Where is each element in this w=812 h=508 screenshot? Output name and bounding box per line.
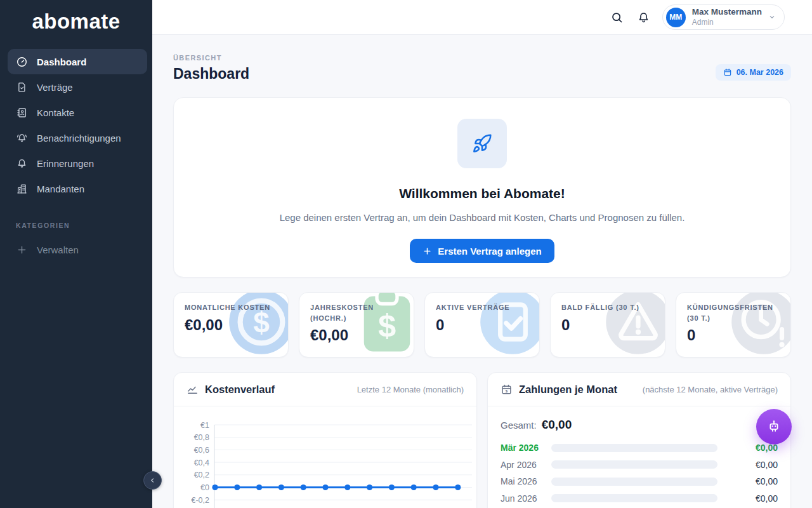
sidebar-item-label: Kontakte bbox=[37, 107, 74, 118]
contacts-icon bbox=[16, 107, 28, 119]
plus-icon bbox=[16, 244, 28, 256]
stat-card-3: AKTIVE VERTRÄGE 0 bbox=[424, 292, 540, 358]
app-logo[interactable]: abomate bbox=[0, 10, 152, 34]
chevron-down-icon bbox=[768, 13, 776, 21]
bell-icon bbox=[16, 157, 28, 170]
cost-chart-card: Kostenverlauf Letzte 12 Monate (monatlic… bbox=[173, 372, 477, 508]
topbar: MM Max Mustermann Admin bbox=[152, 0, 812, 35]
cost-chart-subtitle: Letzte 12 Monate (monatlich) bbox=[357, 385, 464, 394]
user-role: Admin bbox=[692, 18, 762, 27]
stat-value: 0 bbox=[561, 316, 654, 334]
stat-label: AKTIVE VERTRÄGE bbox=[436, 302, 528, 313]
content: ÜBERSICHT Dashboard 06. Mar 2026 Willkom… bbox=[152, 35, 812, 508]
sidebar-item-mandanten[interactable]: Mandanten bbox=[8, 176, 147, 201]
charts-row: Kostenverlauf Letzte 12 Monate (monatlic… bbox=[173, 372, 791, 508]
rocket-icon bbox=[457, 119, 507, 168]
payment-row: Jun 2026 €0,00 bbox=[501, 492, 778, 505]
date-badge: 06. Mar 2026 bbox=[716, 64, 791, 81]
sidebar-item-label: Dashboard bbox=[37, 57, 86, 67]
svg-text:€0: €0 bbox=[200, 483, 209, 492]
payments-total-value: €0,00 bbox=[542, 418, 572, 432]
gauge-icon bbox=[16, 56, 28, 68]
svg-text:€0,6: €0,6 bbox=[194, 446, 209, 455]
date-text: 06. Mar 2026 bbox=[737, 68, 783, 77]
welcome-subtitle: Lege deinen ersten Vertrag an, um dein D… bbox=[280, 212, 685, 223]
area-chart-icon bbox=[187, 384, 199, 396]
search-icon bbox=[610, 11, 624, 24]
contract-icon bbox=[16, 81, 28, 93]
sidebar-item-benachrichtigungen[interactable]: Benachrichtigungen bbox=[8, 125, 147, 150]
payment-bar bbox=[551, 494, 717, 502]
bell-icon bbox=[637, 11, 650, 24]
stat-value: €0,00 bbox=[185, 316, 277, 334]
sidebar-item-kontakte[interactable]: Kontakte bbox=[8, 100, 147, 125]
stat-value: €0,00 bbox=[310, 326, 403, 344]
chevron-left-icon bbox=[148, 476, 157, 485]
svg-text:$: $ bbox=[506, 389, 508, 392]
stat-card-5: KÜNDIGUNGSFRISTEN (30 T.) 0 bbox=[676, 292, 791, 358]
sidebar-collapse-button[interactable] bbox=[143, 471, 162, 490]
cost-chart-title: Kostenverlauf bbox=[205, 384, 275, 396]
stat-value: 0 bbox=[436, 316, 528, 334]
stat-card-1: $ MONATLICHE KOSTEN €0,00 bbox=[173, 292, 289, 358]
stat-value: 0 bbox=[687, 326, 780, 344]
payments-card: $ Zahlungen je Monat (nächste 12 Monate,… bbox=[487, 372, 791, 508]
page-eyebrow: ÜBERSICHT bbox=[173, 54, 249, 62]
sidebar-item-verwalten[interactable]: Verwalten bbox=[8, 237, 147, 262]
sidebar-item-label: Benachrichtigungen bbox=[37, 133, 121, 144]
main-area: MM Max Mustermann Admin ÜBERSICHT Dashbo… bbox=[152, 0, 812, 508]
payments-rows: Mär 2026 €0,00 Apr 2026 €0,00 Mai 2026 €… bbox=[501, 441, 778, 505]
robot-icon bbox=[766, 418, 782, 435]
payment-bar bbox=[551, 478, 717, 486]
sidebar-item-label: Erinnerungen bbox=[37, 158, 94, 169]
bell-ring-icon bbox=[16, 132, 28, 144]
payment-row: Mär 2026 €0,00 bbox=[501, 441, 778, 454]
create-first-contract-button[interactable]: Ersten Vertrag anlegen bbox=[410, 239, 554, 263]
stat-label: MONATLICHE KOSTEN bbox=[185, 302, 277, 313]
building-icon bbox=[16, 183, 28, 195]
notifications-button[interactable] bbox=[631, 4, 657, 30]
payments-total-label: Gesamt: bbox=[501, 420, 537, 431]
ai-assistant-fab[interactable] bbox=[756, 409, 792, 444]
sidebar-item-label: Verwalten bbox=[37, 244, 79, 255]
svg-text:€0,4: €0,4 bbox=[194, 458, 209, 467]
payment-value: €0,00 bbox=[756, 476, 778, 486]
sidebar-item-erinnerungen[interactable]: Erinnerungen bbox=[8, 150, 147, 176]
sidebar-item-vertraege[interactable]: Verträge bbox=[8, 74, 147, 100]
avatar: MM bbox=[666, 8, 686, 27]
payment-month: Jun 2026 bbox=[501, 493, 546, 504]
stat-label: JAHRESKOSTEN (HOCHR.) bbox=[310, 302, 403, 323]
sidebar: abomate Dashboard Verträge Kontakte Bena… bbox=[0, 0, 152, 508]
payments-title: Zahlungen je Monat bbox=[519, 384, 617, 396]
stat-card-4: BALD FÄLLIG (30 T.) 0 bbox=[550, 292, 665, 358]
payments-subtitle: (nächste 12 Monate, aktive Verträge) bbox=[643, 385, 778, 394]
sidebar-nav: Dashboard Verträge Kontakte Benachrichti… bbox=[0, 49, 152, 201]
stat-label: KÜNDIGUNGSFRISTEN (30 T.) bbox=[687, 302, 780, 323]
stat-card-2: $ JAHRESKOSTEN (HOCHR.) €0,00 bbox=[299, 292, 414, 358]
svg-text:€0,2: €0,2 bbox=[194, 471, 209, 479]
payment-bar bbox=[551, 460, 717, 469]
user-menu[interactable]: MM Max Mustermann Admin bbox=[662, 4, 785, 30]
sidebar-item-label: Verträge bbox=[37, 82, 73, 93]
plus-icon bbox=[422, 246, 432, 256]
sidebar-item-dashboard[interactable]: Dashboard bbox=[8, 49, 147, 74]
payment-bar bbox=[551, 444, 717, 452]
svg-text:€-0,2: €-0,2 bbox=[192, 496, 210, 505]
user-name: Max Mustermann bbox=[692, 7, 762, 18]
search-button[interactable] bbox=[604, 4, 631, 30]
stat-label: BALD FÄLLIG (30 T.) bbox=[561, 302, 654, 313]
svg-text:€1: €1 bbox=[200, 421, 209, 430]
cost-chart: €1€0,8€0,6€0,4€0,2€0€-0,2 bbox=[174, 406, 476, 508]
payment-month: Mai 2026 bbox=[501, 476, 546, 486]
payment-value: €0,00 bbox=[756, 460, 778, 470]
page-title: Dashboard bbox=[173, 65, 249, 83]
stats-row: $ MONATLICHE KOSTEN €0,00 $ JAHRESKOSTEN… bbox=[173, 292, 791, 358]
sidebar-section-label: KATEGORIEN bbox=[16, 222, 152, 229]
sidebar-item-label: Mandanten bbox=[37, 184, 84, 194]
calendar-money-icon: $ bbox=[501, 384, 513, 396]
payment-month: Mär 2026 bbox=[501, 443, 546, 453]
payment-month: Apr 2026 bbox=[501, 460, 546, 470]
welcome-card: Willkommen bei Abomate! Lege deinen erst… bbox=[173, 97, 791, 277]
payment-value: €0,00 bbox=[756, 493, 778, 504]
calendar-icon bbox=[723, 68, 732, 77]
